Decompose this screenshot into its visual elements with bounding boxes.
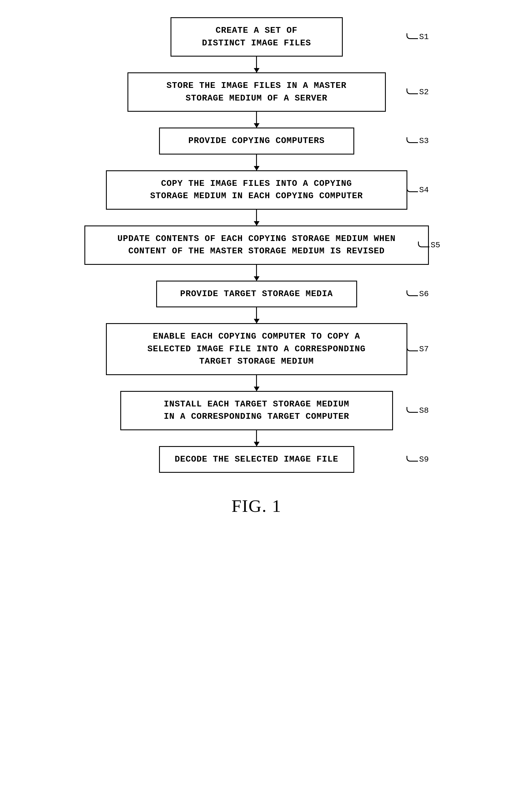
step-s3-wrapper: PROVIDE COPYING COMPUTERS S3 [56, 127, 458, 154]
step-s9-label: S9 [406, 455, 429, 464]
step-s2-box: STORE THE IMAGE FILES IN A MASTER STORAG… [127, 72, 386, 112]
step-s8-box: INSTALL EACH TARGET STORAGE MEDIUM IN A … [120, 391, 393, 430]
arrow-s3-s4 [256, 154, 257, 170]
step-s6-text: PROVIDE TARGET STORAGE MEDIA [180, 289, 333, 299]
step-s6-label: S6 [406, 290, 429, 298]
step-s3-box: PROVIDE COPYING COMPUTERS [159, 127, 354, 154]
step-s1-text: CREATE A SET OF DISTINCT IMAGE FILES [202, 26, 311, 48]
step-s4-wrapper: COPY THE IMAGE FILES INTO A COPYING STOR… [56, 170, 458, 210]
arrow-s8-s9 [256, 430, 257, 446]
arrow-s4-s5 [256, 210, 257, 226]
step-s2-text: STORE THE IMAGE FILES IN A MASTER STORAG… [167, 81, 346, 103]
step-s4-label: S4 [406, 185, 429, 195]
step-s4-text: COPY THE IMAGE FILES INTO A COPYING STOR… [150, 179, 363, 201]
step-s5-text: UPDATE CONTENTS OF EACH COPYING STORAGE … [117, 234, 396, 256]
step-s8-text: INSTALL EACH TARGET STORAGE MEDIUM IN A … [163, 399, 349, 422]
step-s4-box: COPY THE IMAGE FILES INTO A COPYING STOR… [106, 170, 408, 210]
step-s9-text: DECODE THE SELECTED IMAGE FILE [175, 455, 338, 464]
step-s6-box: PROVIDE TARGET STORAGE MEDIA [156, 281, 357, 308]
step-s7-text: ENABLE EACH COPYING COMPUTER TO COPY A S… [147, 331, 365, 366]
arrow-s6-s7 [256, 307, 257, 323]
step-s5-label: S5 [418, 241, 441, 250]
arrow-s5-s6 [256, 265, 257, 281]
step-s6-wrapper: PROVIDE TARGET STORAGE MEDIA S6 [56, 281, 458, 308]
step-s1-box: CREATE A SET OF DISTINCT IMAGE FILES [171, 17, 343, 57]
step-s1-wrapper: CREATE A SET OF DISTINCT IMAGE FILES S1 [56, 17, 458, 57]
step-s9-box: DECODE THE SELECTED IMAGE FILE [159, 446, 354, 473]
flowchart: CREATE A SET OF DISTINCT IMAGE FILES S1 … [56, 17, 458, 516]
step-s7-wrapper: ENABLE EACH COPYING COMPUTER TO COPY A S… [56, 323, 458, 375]
step-s2-label: S2 [406, 88, 429, 96]
step-s3-label: S3 [406, 137, 429, 145]
step-s8-label: S8 [406, 406, 429, 415]
arrow-s2-s3 [256, 112, 257, 127]
arrow-s1-s2 [256, 57, 257, 72]
step-s5-wrapper: UPDATE CONTENTS OF EACH COPYING STORAGE … [56, 226, 458, 265]
step-s8-wrapper: INSTALL EACH TARGET STORAGE MEDIUM IN A … [56, 391, 458, 430]
arrow-s7-s8 [256, 375, 257, 391]
step-s2-wrapper: STORE THE IMAGE FILES IN A MASTER STORAG… [56, 72, 458, 112]
figure-label: FIG. 1 [232, 496, 282, 516]
step-s1-label: S1 [406, 32, 429, 41]
step-s9-wrapper: DECODE THE SELECTED IMAGE FILE S9 [56, 446, 458, 473]
step-s7-label: S7 [406, 345, 429, 354]
step-s3-text: PROVIDE COPYING COMPUTERS [188, 136, 325, 146]
step-s7-box: ENABLE EACH COPYING COMPUTER TO COPY A S… [106, 323, 408, 375]
step-s5-box: UPDATE CONTENTS OF EACH COPYING STORAGE … [84, 226, 429, 265]
